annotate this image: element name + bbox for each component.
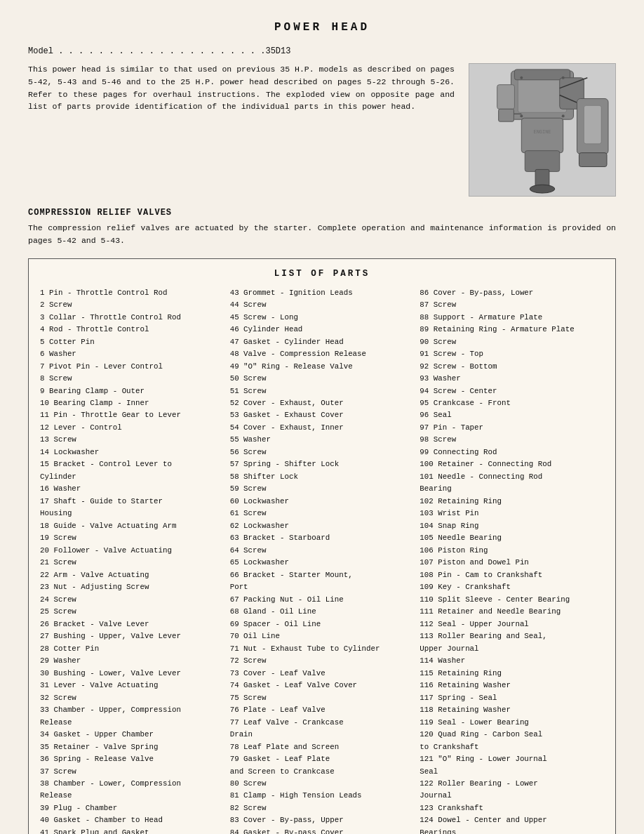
list-item: 107 Piston and Dowel Pin [420,557,604,569]
list-item: 103 Wrist Pin [420,508,604,519]
list-item: 96 Seal [420,409,604,421]
list-item: 74 Gasket - Leaf Valve Cover [230,680,415,691]
list-item: 110 Split Sleeve - Center Bearing [420,594,604,606]
list-item: 56 Screw [230,446,415,458]
list-item: Port [230,581,415,593]
svg-rect-13 [584,105,601,143]
list-item: 29 Washer [40,655,224,667]
list-item: 58 Shifter Lock [230,471,415,483]
list-item: 60 Lockwasher [230,496,415,508]
list-item: 31 Lever - Valve Actuating [40,680,224,691]
list-item: 105 Needle Bearing [420,532,604,544]
list-item: 92 Screw - Bottom [420,361,604,373]
list-item: and Screen to Crankcase [230,766,415,778]
list-item: Cylinder [40,471,224,483]
list-item: Journal [420,790,604,802]
list-item: 3 Collar - Throttle Control Rod [40,312,224,324]
list-item: 88 Support - Armature Plate [420,312,604,324]
list-item: 14 Lockwasher [40,446,224,458]
list-item: 43 Grommet - Ignition Leads [230,287,415,299]
list-item: 8 Screw [40,373,224,385]
compression-text: The compression relief valves are actuat… [28,222,616,247]
list-item: 46 Cylinder Head [230,324,415,336]
list-item: 21 Screw [40,557,224,569]
list-item: 91 Screw - Top [420,348,604,360]
list-item: 22 Arm - Valve Actuating [40,569,224,581]
list-item: 44 Screw [230,299,415,311]
list-item: 95 Crankcase - Front [420,397,604,409]
list-item: 93 Washer [420,373,604,385]
list-item: Seal [420,766,604,778]
list-item: Release [40,717,224,729]
list-item: 11 Pin - Throttle Gear to Lever [40,409,224,421]
list-item: 114 Washer [420,655,604,667]
list-item: 67 Packing Nut - Oil Line [230,594,415,606]
list-item: 54 Cover - Exhaust, Inner [230,422,415,434]
list-item: 47 Gasket - Cylinder Head [230,336,415,348]
list-item: 30 Bushing - Lower, Valve Lever [40,668,224,680]
list-item: 113 Roller Bearing and Seal, [420,630,604,642]
list-item: 50 Screw [230,373,415,385]
list-item: 25 Screw [40,606,224,618]
parts-list-title: LIST OF PARTS [40,269,604,279]
list-item: 122 Roller Bearing - Lower [420,778,604,790]
list-item: 111 Retainer and Needle Bearing [420,606,604,618]
list-item: 5 Cotter Pin [40,336,224,348]
list-item: 118 Retaining Washer [420,704,604,716]
svg-point-7 [530,185,555,193]
list-item: 90 Screw [420,336,604,348]
page-title: POWER HEAD [28,21,616,34]
list-item: Housing [40,508,224,519]
svg-point-18 [562,114,565,117]
list-item: 2 Screw [40,299,224,311]
intro-section: This power head is similar to that used … [28,63,616,197]
list-item: 71 Nut - Exhaust Tube to Cylinder [230,643,415,655]
list-item: 73 Cover - Leaf Valve [230,668,415,680]
list-item: 27 Bushing - Upper, Valve Lever [40,630,224,642]
list-item: 57 Spring - Shifter Lock [230,458,415,470]
list-item: Upper Journal [420,643,604,655]
list-item: 28 Cotter Pin [40,643,224,655]
list-item: 124 Dowel - Center and Upper [420,814,604,826]
list-item: 119 Seal - Lower Bearing [420,717,604,729]
list-item: 69 Spacer - Oil Line [230,618,415,630]
list-item: 64 Screw [230,545,415,557]
svg-rect-4 [521,118,563,152]
list-item: 66 Bracket - Starter Mount, [230,569,415,581]
list-item: 87 Screw [420,299,604,311]
list-item: 10 Bearing Clamp - Inner [40,397,224,409]
list-item: 98 Screw [420,434,604,446]
list-item: 115 Retaining Ring [420,668,604,680]
list-item: 36 Spring - Release Valve [40,753,224,765]
list-item: 68 Gland - Oil Line [230,606,415,618]
list-item: 17 Shaft - Guide to Starter [40,496,224,508]
svg-rect-14 [579,153,607,167]
list-item: 83 Cover - By-pass, Upper [230,814,415,826]
list-item: 80 Screw [230,778,415,790]
list-item: 49 "O" Ring - Release Valve [230,361,415,373]
parts-columns: 1 Pin - Throttle Control Rod2 Screw3 Col… [40,287,604,834]
list-item: 7 Pivot Pin - Lever Control [40,361,224,373]
list-item: 33 Chamber - Upper, Compression [40,704,224,716]
engine-image: ENGINE [469,63,616,197]
list-item: Drain [230,729,415,741]
compression-heading: COMPRESSION RELIEF VALVES [28,208,616,218]
list-item: 123 Crankshaft [420,802,604,814]
list-item: 65 Lockwasher [230,557,415,569]
list-item: 12 Lever - Control [40,422,224,434]
svg-point-15 [520,77,523,79]
list-item: 104 Snap Ring [420,520,604,532]
list-item: 52 Cover - Exhaust, Outer [230,397,415,409]
list-item: 94 Screw - Center [420,385,604,397]
list-item: 75 Screw [230,692,415,704]
list-item: 63 Bracket - Starboard [230,532,415,544]
list-item: 89 Retaining Ring - Armature Plate [420,324,604,336]
list-item: 41 Spark Plug and Gasket [40,827,224,834]
list-item: 112 Seal - Upper Journal [420,618,604,630]
list-item: 62 Lockwasher [230,520,415,532]
list-item: 120 Quad Ring - Carbon Seal [420,729,604,741]
parts-column-1: 1 Pin - Throttle Control Rod2 Screw3 Col… [40,287,224,834]
list-item: 108 Pin - Cam to Crankshaft [420,569,604,581]
list-item: Release [40,790,224,802]
list-item: 84 Gasket - By-pass Cover [230,827,415,834]
